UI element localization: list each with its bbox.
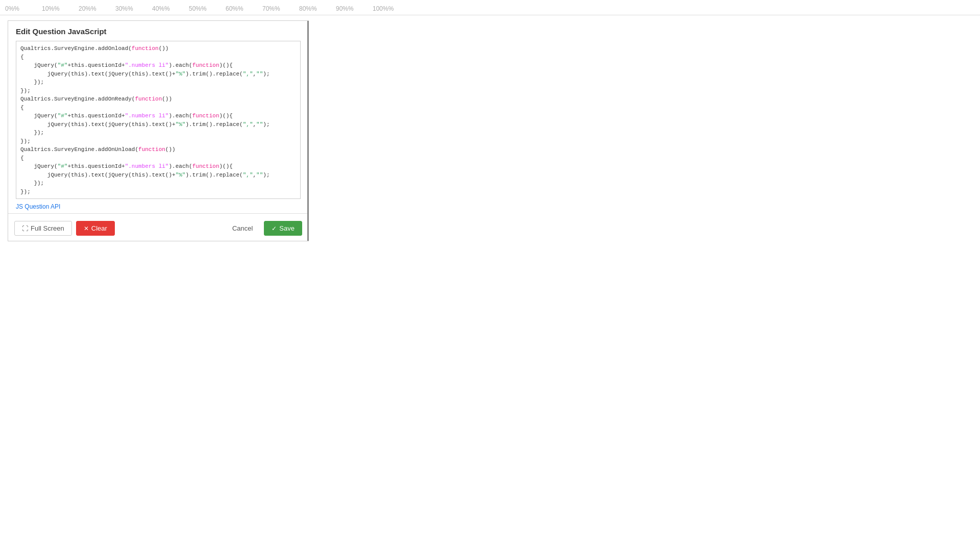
code-line: jQuery("#"+this.questionId+".numbers li"… bbox=[20, 61, 296, 70]
save-button[interactable]: ✓ Save bbox=[264, 221, 302, 236]
fullscreen-label: Full Screen bbox=[31, 224, 64, 232]
save-icon: ✓ bbox=[272, 225, 277, 232]
js-api-link[interactable]: JS Question API bbox=[8, 199, 308, 213]
ruler-tick-20: 20%% bbox=[79, 5, 115, 12]
cancel-label: Cancel bbox=[232, 224, 253, 232]
code-line: }); bbox=[20, 137, 296, 146]
cancel-button[interactable]: Cancel bbox=[225, 221, 260, 235]
code-line: Qualtrics.SurveyEngine.addOnload(functio… bbox=[20, 44, 296, 53]
ruler-tick-90: 90%% bbox=[336, 5, 373, 12]
code-editor[interactable]: Qualtrics.SurveyEngine.addOnload(functio… bbox=[16, 41, 300, 198]
clear-icon: ✕ bbox=[84, 225, 89, 232]
clear-button[interactable]: ✕ Clear bbox=[76, 221, 115, 236]
code-line: }); bbox=[20, 87, 296, 95]
code-line: }); bbox=[20, 188, 296, 196]
code-line: }); bbox=[20, 129, 296, 137]
ruler-tick-50: 50%% bbox=[189, 5, 226, 12]
clear-label: Clear bbox=[91, 224, 107, 232]
ruler-tick-40: 40%% bbox=[152, 5, 189, 12]
bottom-divider bbox=[8, 213, 308, 214]
code-line: jQuery(this).text(jQuery(this).text()+"%… bbox=[20, 171, 296, 180]
code-line: { bbox=[20, 154, 296, 163]
dialog-border bbox=[307, 21, 309, 241]
dialog-title: Edit Question JavaScript bbox=[8, 21, 308, 41]
edit-javascript-dialog: Edit Question JavaScript Qualtrics.Surve… bbox=[8, 20, 309, 241]
ruler-tick-30: 30%% bbox=[115, 5, 152, 12]
ruler-tick-80: 80%% bbox=[299, 5, 336, 12]
code-line: jQuery("#"+this.questionId+".numbers li"… bbox=[20, 162, 296, 171]
code-line: { bbox=[20, 104, 296, 112]
ruler-tick-10: 10%% bbox=[42, 5, 79, 12]
code-line: jQuery(this).text(jQuery(this).text()+"%… bbox=[20, 70, 296, 79]
fullscreen-button[interactable]: ⛶ Full Screen bbox=[14, 221, 72, 236]
action-bar: ⛶ Full Screen ✕ Clear Cancel ✓ Save bbox=[8, 218, 308, 241]
code-line: }); bbox=[20, 179, 296, 188]
ruler-tick-100: 100%% bbox=[373, 5, 409, 12]
code-line: { bbox=[20, 53, 296, 62]
ruler: 0%% 10%% 20%% 30%% 40%% 50%% 60%% 70%% 8… bbox=[0, 0, 980, 15]
ruler-tick-60: 60%% bbox=[226, 5, 262, 12]
ruler-tick-0: 0%% bbox=[5, 5, 42, 12]
save-label: Save bbox=[279, 224, 295, 232]
code-editor-wrapper: Qualtrics.SurveyEngine.addOnload(functio… bbox=[16, 41, 301, 199]
code-line: Qualtrics.SurveyEngine.addOnReady(functi… bbox=[20, 95, 296, 104]
code-line: }); bbox=[20, 78, 296, 87]
code-line: Qualtrics.SurveyEngine.addOnUnload(funct… bbox=[20, 145, 296, 154]
right-buttons: Cancel ✓ Save bbox=[225, 221, 302, 236]
fullscreen-icon: ⛶ bbox=[22, 225, 28, 232]
code-line: jQuery("#"+this.questionId+".numbers li"… bbox=[20, 112, 296, 120]
code-line: jQuery(this).text(jQuery(this).text()+"%… bbox=[20, 120, 296, 129]
ruler-tick-70: 70%% bbox=[262, 5, 299, 12]
